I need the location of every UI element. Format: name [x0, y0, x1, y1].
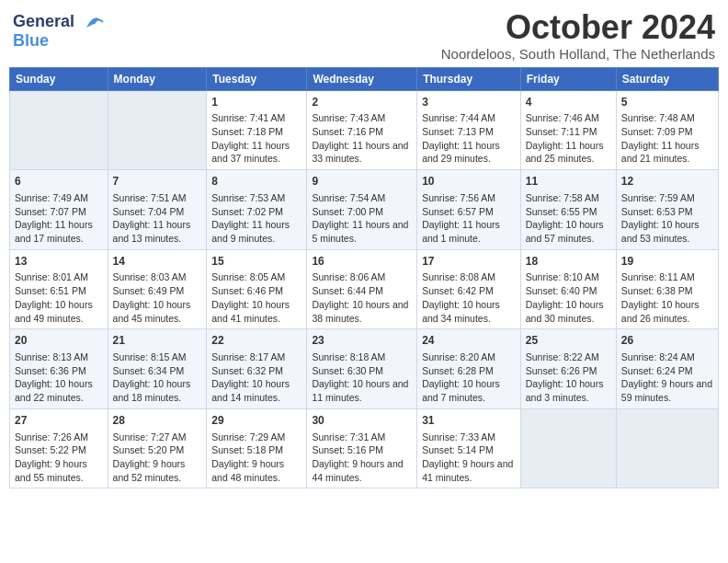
- page-header: General Blue October 2024 Noordeloos, So…: [9, 9, 719, 62]
- sunset-text: Sunset: 6:40 PM: [526, 284, 611, 298]
- daylight-text: Daylight: 10 hours and 26 minutes.: [621, 298, 713, 325]
- calendar-cell: 7Sunrise: 7:51 AMSunset: 7:04 PMDaylight…: [108, 170, 207, 250]
- daylight-text: Daylight: 11 hours and 17 minutes.: [15, 218, 103, 245]
- calendar-table: SundayMondayTuesdayWednesdayThursdayFrid…: [9, 67, 719, 489]
- sunrise-text: Sunrise: 8:01 AM: [15, 270, 103, 284]
- sunrise-text: Sunrise: 8:05 AM: [211, 270, 301, 284]
- daylight-text: Daylight: 10 hours and 53 minutes.: [621, 218, 713, 245]
- day-number: 28: [113, 413, 202, 429]
- calendar-cell: 20Sunrise: 8:13 AMSunset: 6:36 PMDayligh…: [10, 329, 108, 409]
- day-number: 1: [211, 95, 301, 110]
- calendar-cell: [108, 90, 207, 170]
- day-header-wednesday: Wednesday: [307, 67, 417, 90]
- sunrise-text: Sunrise: 8:22 AM: [526, 350, 611, 364]
- calendar-header-row: SundayMondayTuesdayWednesdayThursdayFrid…: [10, 67, 719, 90]
- day-number: 6: [15, 174, 103, 190]
- day-number: 22: [211, 333, 301, 349]
- sunrise-text: Sunrise: 7:54 AM: [312, 191, 412, 205]
- day-header-tuesday: Tuesday: [207, 67, 307, 90]
- sunset-text: Sunset: 6:32 PM: [211, 364, 301, 378]
- calendar-cell: 30Sunrise: 7:31 AMSunset: 5:16 PMDayligh…: [307, 408, 417, 488]
- daylight-text: Daylight: 9 hours and 41 minutes.: [422, 457, 516, 484]
- day-number: 8: [211, 174, 301, 190]
- sunrise-text: Sunrise: 7:58 AM: [526, 191, 611, 205]
- sunrise-text: Sunrise: 7:31 AM: [312, 431, 412, 444]
- sunrise-text: Sunrise: 8:20 AM: [422, 350, 516, 364]
- sunset-text: Sunset: 6:26 PM: [526, 364, 611, 378]
- calendar-cell: 27Sunrise: 7:26 AMSunset: 5:22 PMDayligh…: [10, 408, 108, 488]
- sunrise-text: Sunrise: 7:51 AM: [113, 191, 202, 205]
- day-header-friday: Friday: [520, 67, 616, 90]
- day-number: 20: [15, 333, 103, 349]
- sunrise-text: Sunrise: 7:59 AM: [621, 191, 713, 205]
- daylight-text: Daylight: 9 hours and 44 minutes.: [312, 457, 412, 484]
- calendar-cell: 18Sunrise: 8:10 AMSunset: 6:40 PMDayligh…: [520, 249, 616, 329]
- sunset-text: Sunset: 7:11 PM: [526, 125, 611, 139]
- day-number: 31: [422, 413, 516, 429]
- sunrise-text: Sunrise: 7:49 AM: [15, 191, 103, 205]
- calendar-cell: 13Sunrise: 8:01 AMSunset: 6:51 PMDayligh…: [10, 249, 108, 329]
- daylight-text: Daylight: 10 hours and 38 minutes.: [312, 298, 412, 325]
- sunset-text: Sunset: 7:16 PM: [312, 125, 412, 139]
- sunset-text: Sunset: 6:42 PM: [422, 284, 516, 298]
- day-header-saturday: Saturday: [616, 67, 718, 90]
- sunrise-text: Sunrise: 7:53 AM: [211, 191, 301, 205]
- day-number: 21: [113, 333, 202, 349]
- sunset-text: Sunset: 5:18 PM: [211, 443, 301, 457]
- sunset-text: Sunset: 7:07 PM: [15, 205, 103, 219]
- day-number: 24: [422, 333, 516, 349]
- sunrise-text: Sunrise: 8:17 AM: [211, 350, 301, 364]
- daylight-text: Daylight: 11 hours and 33 minutes.: [312, 139, 412, 166]
- daylight-text: Daylight: 9 hours and 52 minutes.: [113, 457, 202, 484]
- day-number: 4: [526, 95, 611, 110]
- daylight-text: Daylight: 10 hours and 3 minutes.: [526, 377, 611, 404]
- calendar-cell: [520, 408, 616, 488]
- sunset-text: Sunset: 6:30 PM: [312, 364, 412, 378]
- day-header-monday: Monday: [108, 67, 207, 90]
- sunset-text: Sunset: 7:13 PM: [422, 125, 516, 139]
- logo: General Blue: [13, 9, 107, 51]
- sunrise-text: Sunrise: 7:46 AM: [526, 111, 611, 125]
- calendar-cell: 4Sunrise: 7:46 AMSunset: 7:11 PMDaylight…: [520, 90, 616, 170]
- sunset-text: Sunset: 6:36 PM: [15, 364, 103, 378]
- calendar-cell: 14Sunrise: 8:03 AMSunset: 6:49 PMDayligh…: [108, 249, 207, 329]
- location-subtitle: Noordeloos, South Holland, The Netherlan…: [441, 46, 715, 62]
- daylight-text: Daylight: 11 hours and 13 minutes.: [113, 218, 202, 245]
- day-number: 9: [312, 174, 412, 190]
- daylight-text: Daylight: 10 hours and 18 minutes.: [113, 377, 202, 404]
- daylight-text: Daylight: 10 hours and 7 minutes.: [422, 377, 516, 404]
- calendar-cell: 3Sunrise: 7:44 AMSunset: 7:13 PMDaylight…: [417, 90, 521, 170]
- calendar-cell: [10, 90, 108, 170]
- daylight-text: Daylight: 11 hours and 29 minutes.: [422, 139, 516, 166]
- daylight-text: Daylight: 10 hours and 45 minutes.: [113, 298, 202, 325]
- day-number: 15: [211, 254, 301, 270]
- sunset-text: Sunset: 6:38 PM: [621, 284, 713, 298]
- daylight-text: Daylight: 10 hours and 34 minutes.: [422, 298, 516, 325]
- calendar-cell: 28Sunrise: 7:27 AMSunset: 5:20 PMDayligh…: [108, 408, 207, 488]
- calendar-week-row: 13Sunrise: 8:01 AMSunset: 6:51 PMDayligh…: [10, 249, 719, 329]
- calendar-cell: 25Sunrise: 8:22 AMSunset: 6:26 PMDayligh…: [520, 329, 616, 409]
- sunset-text: Sunset: 6:53 PM: [621, 205, 713, 219]
- day-number: 16: [312, 254, 412, 270]
- day-number: 2: [312, 95, 412, 110]
- day-number: 23: [312, 333, 412, 349]
- daylight-text: Daylight: 10 hours and 14 minutes.: [211, 377, 301, 404]
- day-number: 3: [422, 95, 516, 110]
- calendar-cell: 26Sunrise: 8:24 AMSunset: 6:24 PMDayligh…: [616, 329, 718, 409]
- day-number: 12: [621, 174, 713, 190]
- daylight-text: Daylight: 10 hours and 57 minutes.: [526, 218, 611, 245]
- sunset-text: Sunset: 7:00 PM: [312, 205, 412, 219]
- daylight-text: Daylight: 11 hours and 5 minutes.: [312, 218, 412, 245]
- sunrise-text: Sunrise: 8:06 AM: [312, 270, 412, 284]
- calendar-cell: 19Sunrise: 8:11 AMSunset: 6:38 PMDayligh…: [616, 249, 718, 329]
- daylight-text: Daylight: 11 hours and 37 minutes.: [211, 139, 301, 166]
- sunset-text: Sunset: 6:24 PM: [621, 364, 713, 378]
- sunrise-text: Sunrise: 8:13 AM: [15, 350, 103, 364]
- daylight-text: Daylight: 11 hours and 21 minutes.: [621, 139, 713, 166]
- day-number: 30: [312, 413, 412, 429]
- calendar-cell: 2Sunrise: 7:43 AMSunset: 7:16 PMDaylight…: [307, 90, 417, 170]
- calendar-cell: 16Sunrise: 8:06 AMSunset: 6:44 PMDayligh…: [307, 249, 417, 329]
- sunrise-text: Sunrise: 7:44 AM: [422, 111, 516, 125]
- day-number: 17: [422, 254, 516, 270]
- daylight-text: Daylight: 11 hours and 9 minutes.: [211, 218, 301, 245]
